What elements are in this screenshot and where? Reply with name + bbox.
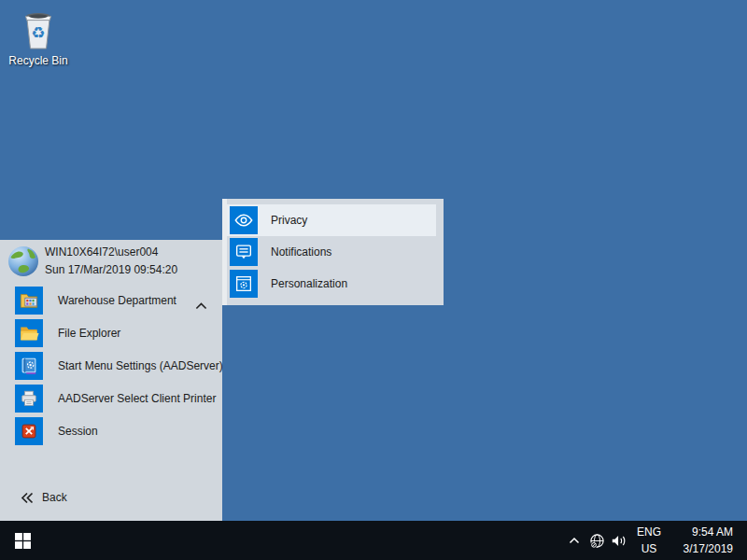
recycle-bin-label: Recycle Bin bbox=[8, 54, 67, 67]
start-button[interactable] bbox=[0, 521, 45, 560]
clock-time: 9:54 AM bbox=[671, 524, 733, 540]
folder-icon bbox=[15, 319, 43, 347]
session-icon bbox=[15, 417, 43, 445]
tray-chevron-up-icon[interactable] bbox=[563, 521, 585, 560]
submenu-item-personalization[interactable]: Personalization bbox=[227, 268, 436, 300]
warehouse-folder-icon bbox=[15, 287, 43, 315]
personalization-icon bbox=[230, 270, 258, 298]
session-datetime: Sun 17/Mar/2019 09:54:20 bbox=[45, 261, 177, 279]
user-info: WIN10X64I72\user004 Sun 17/Mar/2019 09:5… bbox=[45, 244, 177, 278]
language-indicator[interactable]: ENG US bbox=[630, 524, 668, 557]
recycle-bin-shortcut[interactable]: ♻ Recycle Bin bbox=[6, 7, 71, 67]
chevron-up-icon[interactable] bbox=[195, 297, 207, 304]
user-header: WIN10X64I72\user004 Sun 17/Mar/2019 09:5… bbox=[0, 240, 222, 283]
language-line1: ENG bbox=[630, 524, 668, 540]
start-menu-panel: WIN10X64I72\user004 Sun 17/Mar/2019 09:5… bbox=[0, 240, 222, 521]
clock[interactable]: 9:54 AM 3/17/2019 bbox=[671, 524, 733, 557]
menu-item-warehouse-department[interactable]: Warehouse Department bbox=[0, 284, 222, 316]
network-globe-icon[interactable] bbox=[585, 521, 608, 560]
menu-item-label: AADServer Select Client Printer bbox=[58, 392, 216, 405]
speaker-icon[interactable] bbox=[608, 521, 630, 560]
menu-item-file-explorer[interactable]: File Explorer bbox=[0, 316, 222, 349]
user-name: WIN10X64I72\user004 bbox=[45, 244, 177, 261]
menu-item-label: Start Menu Settings (AADServer) bbox=[58, 359, 223, 372]
svg-text:♻: ♻ bbox=[31, 24, 45, 42]
double-chevron-left-icon bbox=[21, 492, 34, 504]
menu-item-label: File Explorer bbox=[58, 327, 120, 340]
settings-book-icon bbox=[15, 352, 43, 380]
notification-icon bbox=[230, 238, 258, 266]
taskbar: ENG US 9:54 AM 3/17/2019 bbox=[0, 521, 747, 560]
menu-item-select-client-printer[interactable]: AADServer Select Client Printer bbox=[0, 382, 222, 414]
submenu-item-label: Personalization bbox=[271, 277, 347, 290]
recycle-bin-icon: ♻ bbox=[18, 7, 59, 52]
windows-logo-icon bbox=[15, 533, 31, 549]
submenu-item-notifications[interactable]: Notifications bbox=[227, 236, 436, 268]
start-menu-list: Warehouse Department File Explorer bbox=[0, 284, 222, 447]
desktop: ♻ Recycle Bin Privacy bbox=[0, 0, 747, 560]
submenu-item-label: Privacy bbox=[271, 214, 307, 227]
system-tray: ENG US 9:54 AM 3/17/2019 bbox=[563, 521, 747, 560]
back-button[interactable]: Back bbox=[21, 491, 67, 504]
language-line2: US bbox=[630, 540, 668, 557]
start-submenu: Privacy Notifications bbox=[222, 199, 444, 305]
submenu-item-label: Notifications bbox=[271, 245, 331, 259]
printer-icon bbox=[15, 385, 43, 413]
eye-icon bbox=[230, 206, 258, 234]
clock-date: 3/17/2019 bbox=[671, 540, 733, 557]
menu-item-session[interactable]: Session bbox=[0, 414, 222, 447]
menu-item-label: Session bbox=[58, 425, 98, 438]
back-label: Back bbox=[42, 491, 67, 504]
submenu-item-privacy[interactable]: Privacy bbox=[227, 204, 436, 236]
globe-avatar-icon bbox=[7, 245, 39, 277]
menu-item-start-menu-settings[interactable]: Start Menu Settings (AADServer) bbox=[0, 349, 222, 382]
menu-item-label: Warehouse Department bbox=[58, 294, 176, 307]
